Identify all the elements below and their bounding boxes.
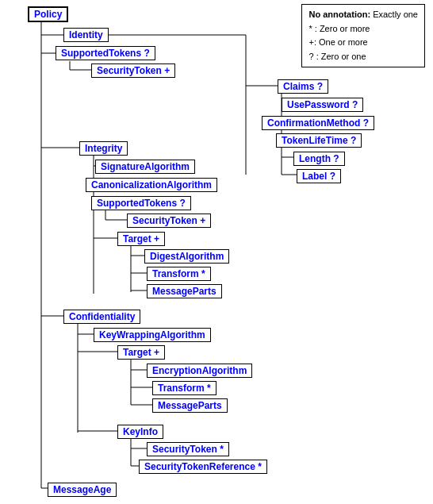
node-supportedtokens1: SupportedTokens ? [56,46,155,60]
node-signaturealgorithm: SignatureAlgorithm [95,160,195,174]
node-encryptionalgorithm: EncryptionAlgorithm [147,364,252,378]
node-tokenlifetime: TokenLifeTime ? [276,133,362,148]
node-messageage: MessageAge [48,483,117,497]
node-transform2: Transform * [152,381,216,395]
node-confidentiality: Confidentiality [63,310,140,324]
node-securitytoken3: SecurityToken * [147,442,229,456]
node-securitytokenreference: SecurityTokenReference * [139,460,267,474]
node-messageparts1: MessageParts [147,284,222,298]
legend-question: ? : Zero or one [308,52,366,61]
legend-title-desc: Exactly one [373,10,418,19]
node-policy: Policy [28,6,68,22]
node-length: Length ? [293,152,345,166]
node-target1: Target + [117,232,165,246]
node-digestalgorithm: DigestAlgorithm [144,249,229,264]
node-label: Label ? [297,169,341,183]
legend-plus: +: One or more [308,37,367,47]
node-securitytoken1: SecurityToken + [91,63,175,78]
node-claims: Claims ? [278,79,328,94]
node-target2: Target + [117,345,165,360]
node-securitytoken2: SecurityToken + [127,214,211,228]
legend: No annotation: Exactly one * : Zero or m… [301,4,425,67]
diagram-container: No annotation: Exactly one * : Zero or m… [0,0,433,504]
node-keyinfo: KeyInfo [117,425,163,439]
node-confirmationmethod: ConfirmationMethod ? [262,116,374,130]
node-canonicalizationalgorithm: CanonicalizationAlgorithm [86,178,217,192]
node-transform1: Transform * [147,267,211,281]
node-identity: Identity [63,28,109,42]
node-messageparts2: MessageParts [152,398,228,413]
node-supportedtokens2: SupportedTokens ? [91,196,191,210]
node-keywrappingalgorithm: KeyWrappingAlgorithm [94,328,211,342]
legend-title: No annotation: [308,10,370,19]
node-usepassword: UsePassword ? [282,98,363,112]
legend-star: * : Zero or more [308,24,370,33]
node-integrity: Integrity [79,141,128,156]
